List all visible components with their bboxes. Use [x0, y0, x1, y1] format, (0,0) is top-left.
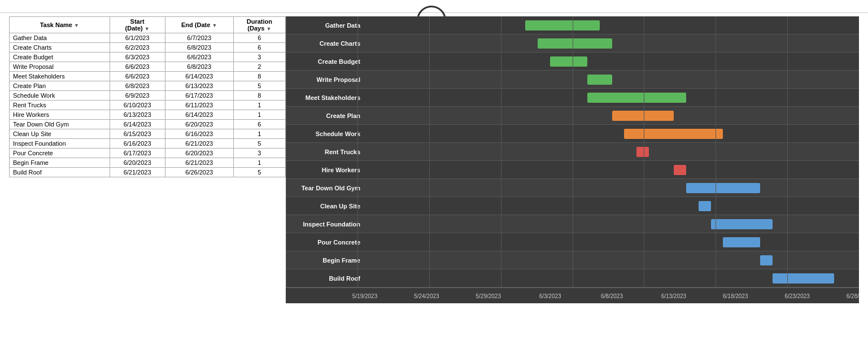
cell-start: 6/20/2023	[110, 158, 165, 168]
filter-icon-end[interactable]: ▼	[212, 23, 217, 28]
gantt-track	[365, 16, 859, 34]
gantt-bar	[636, 147, 649, 157]
cell-end: 6/20/2023	[165, 149, 233, 158]
cell-task: Hire Workers	[10, 110, 110, 120]
cell-end: 6/20/2023	[165, 120, 233, 129]
gantt-row-label: Meet Stakeholders	[286, 94, 365, 101]
cell-task: Build Roof	[10, 168, 110, 177]
cell-duration: 6	[233, 43, 285, 53]
filter-icon-dur[interactable]: ▼	[266, 26, 271, 32]
cell-start: 6/1/2023	[110, 33, 165, 43]
axis-date-label: 6/18/2023	[723, 293, 748, 299]
cell-start: 6/6/2023	[110, 62, 165, 72]
gantt-row-label: Tear Down Old Gym	[286, 185, 365, 191]
gantt-row-label: Begin Frame	[286, 257, 365, 264]
gantt-row-label: Create Budget	[286, 58, 365, 65]
table-row: Begin Frame 6/20/2023 6/21/2023 1	[10, 158, 286, 168]
cell-end: 6/21/2023	[165, 139, 233, 149]
table-row: Meet Stakeholders 6/6/2023 6/14/2023 8	[10, 72, 286, 81]
cell-duration: 5	[233, 139, 285, 149]
cell-start: 6/14/2023	[110, 120, 165, 129]
cell-start: 6/8/2023	[110, 81, 165, 91]
cell-end: 6/7/2023	[165, 33, 233, 43]
axis-date-label: 5/24/2023	[414, 293, 439, 299]
cell-task: Clean Up Site	[10, 129, 110, 139]
gantt-track	[365, 161, 859, 178]
grid-line	[716, 16, 716, 287]
filter-icon-start[interactable]: ▼	[145, 26, 150, 32]
cell-task: Create Charts	[10, 43, 110, 53]
cell-duration: 8	[233, 72, 285, 81]
cell-start: 6/9/2023	[110, 91, 165, 101]
cell-end: 6/14/2023	[165, 72, 233, 81]
gantt-track	[365, 107, 859, 124]
gantt-track	[365, 269, 859, 287]
col-header-end: End (Date ▼	[165, 17, 233, 33]
gantt-track	[365, 215, 859, 233]
cell-end: 6/13/2023	[165, 81, 233, 91]
task-table: Task Name ▼ Start(Date) ▼ End (Date ▼ Du…	[9, 16, 286, 177]
grid-line	[501, 16, 501, 287]
gantt-bar	[773, 273, 834, 284]
cell-duration: 1	[233, 129, 285, 139]
cell-start: 6/2/2023	[110, 43, 165, 53]
gantt-row-label: Write Proposal	[286, 76, 365, 83]
cell-task: Gather Data	[10, 33, 110, 43]
axis-date-label: 5/19/2023	[352, 293, 378, 299]
gantt-bar	[686, 183, 760, 193]
gantt-bar	[760, 255, 773, 265]
gantt-row-label: Build Roof	[286, 275, 365, 282]
col-header-task: Task Name ▼	[10, 17, 110, 33]
grid-line	[429, 16, 430, 287]
cell-start: 6/16/2023	[110, 139, 165, 149]
cell-duration: 5	[233, 168, 285, 177]
gantt-track	[365, 143, 859, 160]
cell-task: Rent Trucks	[10, 101, 110, 110]
cell-end: 6/8/2023	[165, 43, 233, 53]
axis-date-label: 6/8/2023	[601, 293, 623, 299]
cell-task: Tear Down Old Gym	[10, 120, 110, 129]
cell-task: Schedule Work	[10, 91, 110, 101]
axis-date-label: 6/3/2023	[539, 293, 561, 299]
table-row: Create Plan 6/8/2023 6/13/2023 5	[10, 81, 286, 91]
gantt-row-label: Inspect Foundation	[286, 221, 365, 228]
cell-end: 6/26/2023	[165, 168, 233, 177]
gantt-track	[365, 233, 859, 251]
gantt-track	[365, 71, 859, 88]
cell-start: 6/13/2023	[110, 110, 165, 120]
gantt-container: Gather DataCreate ChartsCreate BudgetWri…	[286, 16, 859, 303]
task-table-container: Task Name ▼ Start(Date) ▼ End (Date ▼ Du…	[9, 16, 286, 303]
table-row: Create Budget 6/3/2023 6/6/2023 3	[10, 53, 286, 62]
grid-line	[644, 16, 644, 287]
gantt-track	[365, 197, 859, 215]
cell-duration: 6	[233, 120, 285, 129]
cell-start: 6/21/2023	[110, 168, 165, 177]
gantt-bar	[550, 56, 587, 67]
gantt-row-label: Rent Trucks	[286, 149, 365, 155]
cell-duration: 3	[233, 53, 285, 62]
cell-duration: 1	[233, 110, 285, 120]
main-content: Task Name ▼ Start(Date) ▼ End (Date ▼ Du…	[0, 16, 868, 303]
table-row: Write Proposal 6/6/2023 6/8/2023 2	[10, 62, 286, 72]
gantt-bar	[525, 20, 599, 30]
cell-end: 6/16/2023	[165, 129, 233, 139]
axis-labels: 5/19/20235/24/20235/29/20236/3/20236/8/2…	[365, 288, 859, 303]
axis-date-label: 5/29/2023	[476, 293, 501, 299]
gantt-bar	[674, 165, 686, 175]
table-row: Create Charts 6/2/2023 6/8/2023 6	[10, 43, 286, 53]
cell-duration: 2	[233, 62, 285, 72]
cell-end: 6/21/2023	[165, 158, 233, 168]
gantt-track	[365, 179, 859, 197]
cell-end: 6/8/2023	[165, 62, 233, 72]
filter-icon-task[interactable]: ▼	[74, 23, 79, 28]
gantt-bar	[711, 219, 773, 229]
table-row: Tear Down Old Gym 6/14/2023 6/20/2023 6	[10, 120, 286, 129]
cell-duration: 8	[233, 91, 285, 101]
cell-duration: 5	[233, 81, 285, 91]
gantt-row-label: Hire Workers	[286, 167, 365, 173]
cell-end: 6/17/2023	[165, 91, 233, 101]
table-row: Gather Data 6/1/2023 6/7/2023 6	[10, 33, 286, 43]
cell-task: Create Plan	[10, 81, 110, 91]
table-row: Schedule Work 6/9/2023 6/17/2023 8	[10, 91, 286, 101]
gantt-axis: 5/19/20235/24/20235/29/20236/3/20236/8/2…	[286, 287, 859, 303]
